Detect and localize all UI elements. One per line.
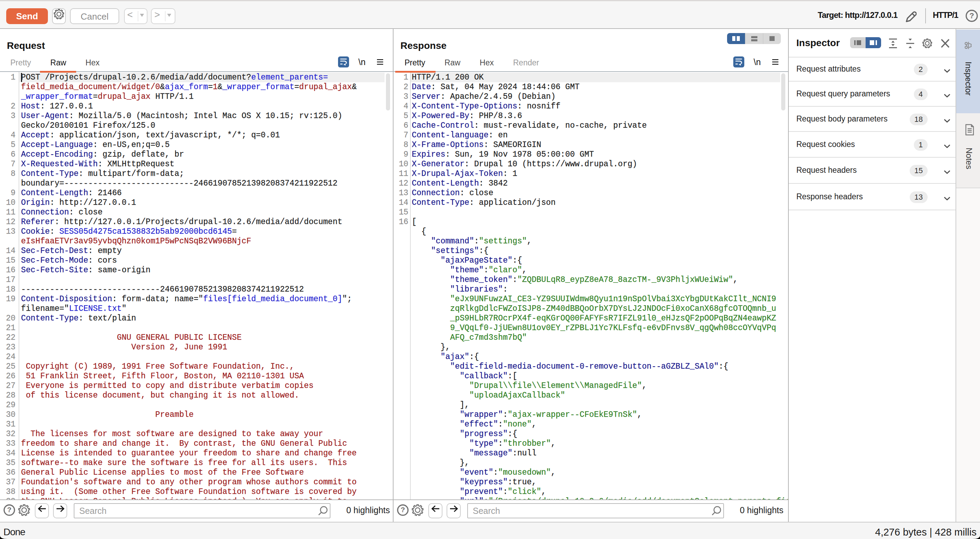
svg-text:?: ? xyxy=(401,506,405,514)
svg-text:?: ? xyxy=(969,11,974,20)
svg-text:?: ? xyxy=(7,506,12,514)
